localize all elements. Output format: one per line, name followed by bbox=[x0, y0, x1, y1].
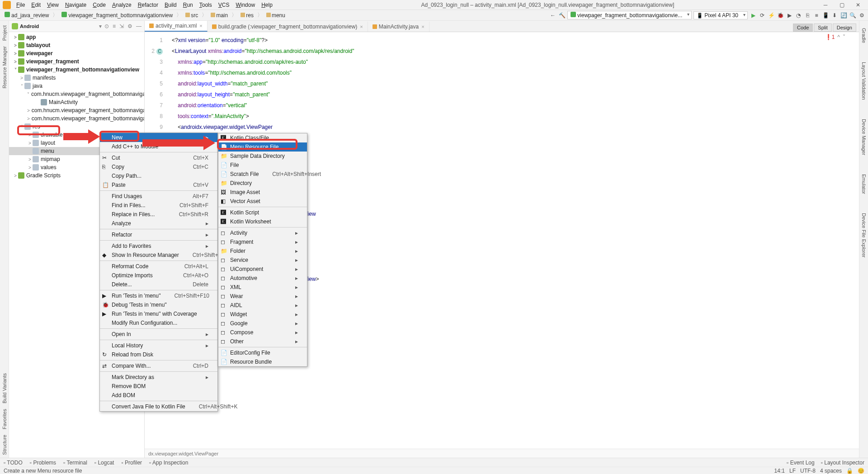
device-selector[interactable]: 📱 Pixel 4 API 30 bbox=[693, 11, 748, 19]
crumb[interactable]: ad_java_review bbox=[3, 11, 51, 19]
ctx-item[interactable]: Analyze▸ bbox=[100, 219, 217, 228]
status-item[interactable]: 4 spaces bbox=[820, 468, 842, 474]
rail-device-manager[interactable]: Device Manager bbox=[861, 116, 867, 158]
tree-node[interactable]: ˅com.hnucm.viewpager_fragment_bottomnavi… bbox=[9, 90, 144, 98]
ctx-item[interactable]: 📁Folder▸ bbox=[218, 246, 307, 256]
run-icon[interactable]: ▶ bbox=[750, 12, 757, 19]
menu-view[interactable]: View bbox=[44, 1, 61, 9]
stop-icon[interactable]: ■ bbox=[813, 12, 820, 19]
ctx-item[interactable]: ⇄Compare With...Ctrl+D bbox=[100, 361, 217, 370]
rail-project[interactable]: Project bbox=[2, 23, 7, 43]
ctx-item[interactable]: ◧Vector Asset bbox=[218, 197, 307, 206]
ctx-item[interactable]: ⎘CopyCtrl+C bbox=[100, 162, 217, 171]
ctx-item[interactable]: 🐞Debug 'Tests in 'menu'' bbox=[100, 300, 217, 309]
rail-emulator[interactable]: Emulator bbox=[861, 171, 867, 197]
rail-gradle[interactable]: Gradle bbox=[861, 25, 867, 46]
crumb[interactable]: main bbox=[209, 11, 230, 19]
ctx-item[interactable]: 📁Directory bbox=[218, 179, 307, 188]
target-icon[interactable]: ⊙ bbox=[104, 23, 109, 29]
maximize-icon[interactable]: ▢ bbox=[836, 2, 847, 8]
ctx-item[interactable]: Open In▸ bbox=[100, 330, 217, 339]
ctx-item[interactable]: ◻Automotive▸ bbox=[218, 274, 307, 283]
ctx-item[interactable]: 📄Scratch FileCtrl+Alt+Shift+Insert bbox=[218, 170, 307, 179]
editor-breadcrumb[interactable]: dx.viewpager.widget.ViewPager bbox=[145, 449, 859, 458]
status-item[interactable]: 😊 bbox=[858, 468, 864, 474]
menu-code[interactable]: Code bbox=[90, 1, 108, 9]
bottom-logcat[interactable]: ▫ Logcat bbox=[94, 460, 114, 466]
ctx-item[interactable]: ◻Wear▸ bbox=[218, 292, 307, 301]
gear-icon[interactable]: ⚙ bbox=[127, 23, 132, 29]
expand-icon[interactable]: ⇲ bbox=[119, 23, 124, 29]
status-item[interactable]: 🔒 bbox=[846, 468, 853, 474]
menu-build[interactable]: Build bbox=[162, 1, 179, 9]
editor-inspection[interactable]: ❗1 ^ ˅ bbox=[825, 34, 845, 40]
hide-icon[interactable]: — bbox=[136, 23, 142, 29]
apply-code-icon[interactable]: ⚡ bbox=[768, 12, 775, 19]
bottom-layout-inspector[interactable]: ▫ Layout Inspector bbox=[821, 460, 864, 466]
menu-navigate[interactable]: Navigate bbox=[62, 1, 89, 9]
ctx-item[interactable]: ◻Google▸ bbox=[218, 319, 307, 328]
ctx-item[interactable]: 📄EditorConfig File bbox=[218, 348, 307, 357]
close-icon[interactable]: ✕ bbox=[853, 2, 863, 8]
ctx-item[interactable]: Delete...Delete bbox=[100, 280, 217, 289]
rail-structure[interactable]: Structure bbox=[2, 432, 7, 458]
rail-favorites[interactable]: Favorites bbox=[2, 406, 7, 432]
ctx-item[interactable]: ◻XML▸ bbox=[218, 283, 307, 292]
tree-node[interactable]: >viewpager_fragment bbox=[9, 57, 144, 66]
close-tab-icon[interactable]: × bbox=[421, 24, 424, 29]
tree-node[interactable]: ˅java bbox=[9, 82, 144, 90]
ctx-item[interactable]: Reformat CodeCtrl+Alt+L bbox=[100, 262, 217, 271]
crumb[interactable]: menu bbox=[264, 11, 287, 19]
mode-design[interactable]: Design bbox=[833, 24, 856, 32]
ctx-item[interactable]: ▶Run 'Tests in 'menu'' with Coverage bbox=[100, 309, 217, 318]
ctx-item[interactable]: 📋PasteCtrl+V bbox=[100, 180, 217, 190]
ctx-item[interactable]: Convert Java File to Kotlin FileCtrl+Alt… bbox=[100, 402, 217, 411]
ctx-item[interactable]: Optimize ImportsCtrl+Alt+O bbox=[100, 271, 217, 280]
status-item[interactable]: UTF-8 bbox=[800, 468, 816, 474]
tree-node[interactable]: >viewpager bbox=[9, 49, 144, 57]
menu-vcs[interactable]: VCS bbox=[216, 1, 232, 9]
ctx-item[interactable]: 📁Sample Data Directory bbox=[218, 152, 307, 161]
ctx-item[interactable]: ◻UiComponent▸ bbox=[218, 265, 307, 274]
tree-node[interactable]: >app bbox=[9, 33, 144, 41]
bottom-terminal[interactable]: ▫ Terminal bbox=[63, 460, 87, 466]
ctx-item[interactable]: Local History▸ bbox=[100, 341, 217, 350]
debug-icon[interactable]: 🐞 bbox=[777, 12, 784, 19]
editor-tab[interactable]: MainActivity.java× bbox=[368, 22, 429, 32]
bottom-profiler[interactable]: ▫ Profiler bbox=[121, 460, 142, 466]
rail-build-variants[interactable]: Build Variants bbox=[2, 370, 7, 406]
ctx-item[interactable]: 🖼Image Asset bbox=[218, 188, 307, 197]
menu-help[interactable]: Help bbox=[259, 1, 275, 9]
tree-node[interactable]: >com.hnucm.viewpager_fragment_bottomnavi… bbox=[9, 106, 144, 114]
hammer-icon[interactable]: 🔨 bbox=[558, 12, 566, 19]
tree-node[interactable]: >com.hnucm.viewpager_fragment_bottomnavi… bbox=[9, 114, 144, 123]
menu-edit[interactable]: Edit bbox=[28, 1, 43, 9]
ctx-item[interactable]: ◆Show In Resource ManagerCtrl+Shift+T bbox=[100, 251, 217, 260]
status-item[interactable]: 14:1 bbox=[774, 468, 785, 474]
crumb[interactable]: viewpager_fragment_bottomnavigationview bbox=[60, 11, 175, 19]
ctx-item[interactable]: Refactor▸ bbox=[100, 230, 217, 239]
ctx-item[interactable]: ↻Reload from Disk bbox=[100, 350, 217, 359]
collapse-icon[interactable]: ≡ bbox=[113, 23, 116, 29]
rail-resource-manager[interactable]: Resource Manager bbox=[2, 43, 7, 91]
crumb[interactable]: src bbox=[184, 11, 200, 19]
menu-window[interactable]: Window bbox=[233, 1, 258, 9]
apply-changes-icon[interactable]: ⟳ bbox=[759, 12, 766, 19]
close-tab-icon[interactable]: × bbox=[199, 23, 202, 28]
ctx-item[interactable]: ◻AIDL▸ bbox=[218, 301, 307, 310]
ctx-item[interactable]: ◻Compose▸ bbox=[218, 328, 307, 337]
coverage-icon[interactable]: ▶ bbox=[786, 12, 793, 19]
menu-file[interactable]: File bbox=[14, 1, 28, 9]
status-item[interactable]: LF bbox=[789, 468, 796, 474]
ctx-item[interactable]: ◻Widget▸ bbox=[218, 310, 307, 319]
editor-tab[interactable]: build.gradle (:viewpager_fragment_bottom… bbox=[208, 22, 368, 32]
bottom-todo[interactable]: ▫ TODO bbox=[4, 460, 23, 466]
project-view-mode[interactable]: Android bbox=[20, 24, 99, 29]
ctx-item[interactable]: Mark Directory as▸ bbox=[100, 373, 217, 382]
ctx-item[interactable]: ▶Run 'Tests in 'menu''Ctrl+Shift+F10 bbox=[100, 291, 217, 300]
crumb[interactable]: res bbox=[239, 11, 255, 19]
ctx-item[interactable]: 🅺Kotlin Script bbox=[218, 208, 307, 217]
mode-code[interactable]: Code bbox=[793, 24, 813, 32]
rail-device-file-explorer[interactable]: Device File Explorer bbox=[861, 210, 867, 260]
sync-icon[interactable]: 🔄 bbox=[840, 12, 847, 19]
